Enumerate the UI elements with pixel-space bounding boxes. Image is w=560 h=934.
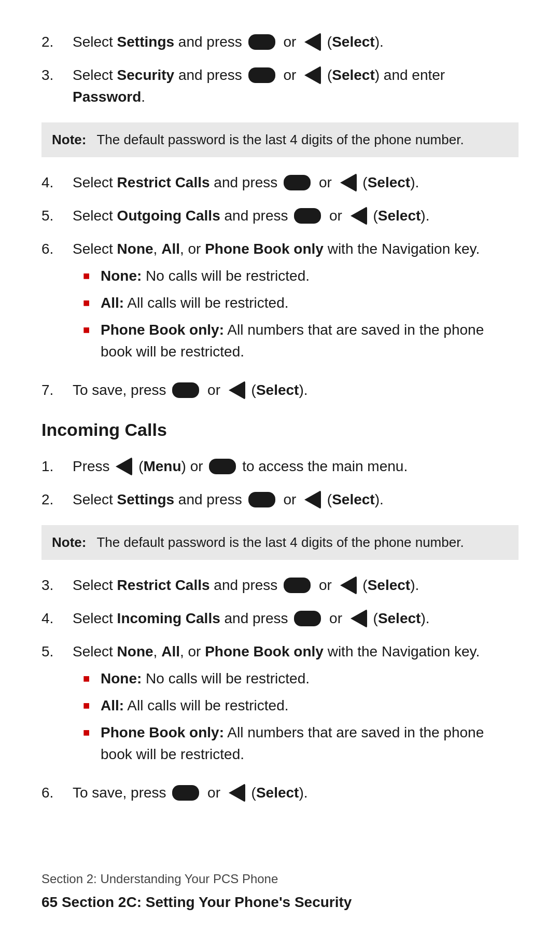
keyword-settings: Settings	[117, 491, 174, 507]
step-content: Select Settings and press or (Select).	[73, 489, 519, 511]
or-text: or	[283, 67, 296, 83]
select-arrow-icon	[351, 207, 367, 225]
ok-button-icon	[248, 67, 275, 83]
bullet-marker: ■	[83, 294, 92, 311]
step-num: 3.	[41, 574, 73, 596]
ok-button-icon	[248, 34, 275, 50]
bullet-item-all: ■ All: All calls will be restricted.	[83, 292, 519, 314]
ok-button-icon	[284, 578, 311, 593]
keyword-all: All	[161, 241, 180, 257]
bullet-content: All: All calls will be restricted.	[101, 695, 519, 717]
bullet-marker: ■	[83, 697, 92, 714]
keyword-select: Select	[368, 174, 411, 190]
incoming-step-2: 2. Select Settings and press or (Select)…	[41, 489, 519, 511]
step-num: 3.	[41, 64, 73, 86]
keyword-settings: Settings	[117, 34, 174, 50]
bullet-item-none: ■ None: No calls will be restricted.	[83, 668, 519, 690]
incoming-step-6: 6. To save, press or (Select).	[41, 782, 519, 804]
keyword-select: Select	[256, 382, 299, 398]
note-label-1: Note:	[52, 130, 86, 150]
bullet-content: Phone Book only: All numbers that are sa…	[101, 319, 519, 363]
select-arrow-icon	[229, 381, 245, 400]
select-arrow-icon	[229, 784, 245, 802]
step-num: 6.	[41, 238, 73, 260]
step-num: 6.	[41, 782, 73, 804]
step-6: 6. Select None, All, or Phone Book only …	[41, 238, 519, 368]
step-content: Select Outgoing Calls and press or (Sele…	[73, 205, 519, 227]
note-label-2: Note:	[52, 532, 86, 553]
select-arrow-icon	[304, 490, 321, 509]
ok-button-icon	[294, 611, 321, 626]
step-4: 4. Select Restrict Calls and press or (S…	[41, 172, 519, 194]
bullet-item-none: ■ None: No calls will be restricted.	[83, 265, 519, 287]
ok-button-icon	[209, 459, 236, 474]
ok-button-icon	[284, 175, 311, 190]
or-text: or	[207, 382, 220, 398]
bullet-list-incoming: ■ None: No calls will be restricted. ■ A…	[83, 668, 519, 765]
incoming-step-3: 3. Select Restrict Calls and press or (S…	[41, 574, 519, 596]
footer-section-label: Section 2: Understanding Your PCS Phone	[41, 870, 519, 888]
select-arrow-icon	[340, 576, 357, 595]
or-text: or	[329, 208, 342, 224]
bullet-marker: ■	[83, 724, 92, 741]
keyword-restrict-calls: Restrict Calls	[117, 577, 210, 593]
or-text: or	[283, 491, 296, 507]
keyword-incoming-calls: Incoming Calls	[117, 610, 220, 626]
step-3: 3. Select Security and press or (Select)…	[41, 64, 519, 108]
keyword-select: Select	[378, 610, 421, 626]
note-text-2: The default password is the last 4 digit…	[96, 532, 464, 553]
bullet-content: Phone Book only: All numbers that are sa…	[101, 722, 519, 765]
step-num: 4.	[41, 608, 73, 629]
step-num: 2.	[41, 31, 73, 53]
step-content: Press (Menu) or to access the main menu.	[73, 456, 519, 477]
footer-page-label: 65 Section 2C: Setting Your Phone's Secu…	[41, 891, 519, 913]
bullet-item-all: ■ All: All calls will be restricted.	[83, 695, 519, 717]
step-num: 1.	[41, 456, 73, 477]
note-box-2: Note: The default password is the last 4…	[41, 525, 519, 560]
bullet-content: None: No calls will be restricted.	[101, 265, 519, 287]
step-content: Select None, All, or Phone Book only wit…	[73, 641, 519, 771]
or-text: or	[319, 174, 332, 190]
section-heading-incoming-calls: Incoming Calls	[41, 417, 519, 443]
keyword-select: Select	[256, 785, 299, 801]
keyword-menu: Menu	[143, 458, 181, 474]
bullet-list-outgoing: ■ None: No calls will be restricted. ■ A…	[83, 265, 519, 363]
step-num: 2.	[41, 489, 73, 511]
step-num: 5.	[41, 205, 73, 227]
select-arrow-icon	[304, 33, 321, 51]
bullet-marker: ■	[83, 670, 92, 687]
step-7: 7. To save, press or (Select).	[41, 379, 519, 401]
bullet-content: None: No calls will be restricted.	[101, 668, 519, 690]
keyword-none: None	[117, 241, 153, 257]
bullet-content: All: All calls will be restricted.	[101, 292, 519, 314]
keyword-select: Select	[368, 577, 411, 593]
step-content: Select None, All, or Phone Book only wit…	[73, 238, 519, 368]
step-content: Select Security and press or (Select) an…	[73, 64, 519, 108]
or-text: or	[319, 577, 332, 593]
step-num: 5.	[41, 641, 73, 663]
ok-button-icon	[172, 382, 199, 398]
step-content: Select Incoming Calls and press or (Sele…	[73, 608, 519, 629]
step-num: 4.	[41, 172, 73, 194]
or-text: or	[283, 34, 296, 50]
step-content: To save, press or (Select).	[73, 379, 519, 401]
incoming-step-1: 1. Press (Menu) or to access the main me…	[41, 456, 519, 477]
select-arrow-icon	[351, 609, 367, 628]
menu-arrow-icon	[116, 457, 132, 476]
keyword-select: Select	[332, 491, 375, 507]
ok-button-icon	[294, 208, 321, 224]
bullet-marker: ■	[83, 321, 92, 338]
incoming-step-5: 5. Select None, All, or Phone Book only …	[41, 641, 519, 771]
note-text-1: The default password is the last 4 digit…	[96, 130, 464, 150]
incoming-step-4: 4. Select Incoming Calls and press or (S…	[41, 608, 519, 629]
step-2: 2. Select Settings and press or (Select)…	[41, 31, 519, 53]
step-content: Select Restrict Calls and press or (Sele…	[73, 172, 519, 194]
step-content: To save, press or (Select).	[73, 782, 519, 804]
footer: Section 2: Understanding Your PCS Phone …	[41, 870, 519, 913]
ok-button-icon	[172, 785, 199, 801]
step-5: 5. Select Outgoing Calls and press or (S…	[41, 205, 519, 227]
keyword-none: None	[117, 643, 153, 660]
bullet-item-phonebook: ■ Phone Book only: All numbers that are …	[83, 722, 519, 765]
bullet-marker: ■	[83, 267, 92, 284]
step-content: Select Settings and press or (Select).	[73, 31, 519, 53]
